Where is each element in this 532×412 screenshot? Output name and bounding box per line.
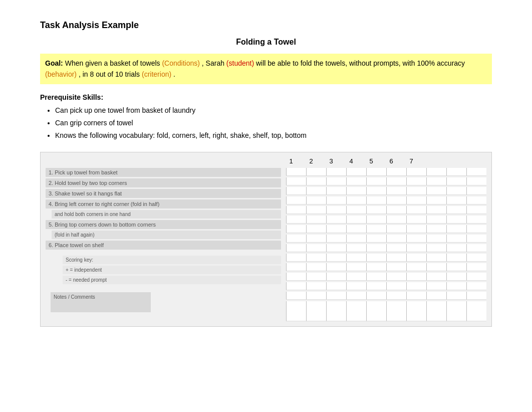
data-grid-row bbox=[286, 254, 486, 262]
data-cell bbox=[286, 292, 306, 300]
data-cell bbox=[426, 168, 446, 176]
col-numbers: 1 2 3 4 5 6 7 bbox=[281, 157, 481, 165]
data-cell bbox=[426, 235, 446, 243]
data-cell bbox=[406, 273, 426, 281]
data-cell bbox=[446, 206, 466, 214]
task-analysis-table: 1 2 3 4 5 6 7 1. Pick up towel from bask… bbox=[40, 152, 492, 327]
data-cell bbox=[406, 177, 426, 185]
goal-conditions: (Conditions) bbox=[162, 59, 199, 67]
data-cell bbox=[446, 168, 466, 176]
data-cell bbox=[426, 177, 446, 185]
data-cell bbox=[306, 254, 326, 262]
data-cell bbox=[346, 187, 366, 195]
data-cell bbox=[426, 273, 446, 281]
data-cell bbox=[286, 254, 306, 262]
data-cell bbox=[326, 196, 346, 204]
data-cell bbox=[286, 235, 306, 243]
data-cell bbox=[366, 235, 386, 243]
data-cell bbox=[446, 254, 466, 262]
data-cell bbox=[286, 216, 306, 224]
data-cell bbox=[326, 225, 346, 233]
data-cell bbox=[426, 263, 446, 271]
data-cell bbox=[286, 301, 306, 321]
data-cell bbox=[306, 244, 326, 252]
data-cell bbox=[386, 244, 406, 252]
data-cell bbox=[446, 177, 466, 185]
data-cell bbox=[366, 187, 386, 195]
goal-block: Goal: When given a basket of towels (Con… bbox=[40, 54, 492, 84]
data-cell bbox=[286, 196, 306, 204]
data-cell bbox=[386, 206, 406, 214]
col-num-4: 4 bbox=[341, 157, 361, 165]
data-cell bbox=[366, 168, 386, 176]
data-cell bbox=[426, 187, 446, 195]
data-grid bbox=[286, 168, 486, 321]
data-cell bbox=[346, 177, 366, 185]
data-cell bbox=[386, 254, 406, 262]
data-grid-row bbox=[286, 187, 486, 195]
data-cell bbox=[406, 254, 426, 262]
data-cell bbox=[446, 235, 466, 243]
data-cell bbox=[466, 235, 486, 243]
goal-label: Goal: bbox=[45, 59, 63, 67]
data-cell bbox=[406, 206, 426, 214]
data-cell bbox=[446, 273, 466, 281]
data-cell bbox=[306, 225, 326, 233]
trial-numbers-row: 1 2 3 4 5 6 7 bbox=[46, 157, 486, 165]
step-row: 1. Pick up towel from basket bbox=[46, 168, 281, 177]
data-grid-row bbox=[286, 273, 486, 281]
data-cell bbox=[306, 196, 326, 204]
data-cell bbox=[406, 216, 426, 224]
notes-area: Notes / Comments bbox=[46, 289, 281, 312]
col-num-10 bbox=[461, 157, 481, 165]
prerequisite-title: Prerequisite Skills: bbox=[40, 93, 492, 101]
data-cell bbox=[466, 292, 486, 300]
data-cell bbox=[386, 273, 406, 281]
scoring-negative: - = needed prompt bbox=[63, 276, 281, 284]
table-body: 1. Pick up towel from basket 2. Hold tow… bbox=[46, 168, 486, 321]
data-cell bbox=[366, 301, 386, 321]
data-cell bbox=[346, 244, 366, 252]
list-item: Knows the following vocabulary: fold, co… bbox=[55, 129, 492, 142]
notes-label: Notes / Comments bbox=[54, 294, 95, 300]
data-cell bbox=[346, 225, 366, 233]
prerequisite-section: Prerequisite Skills: Can pick up one tow… bbox=[40, 93, 492, 142]
data-cell bbox=[406, 235, 426, 243]
list-item: Can pick up one towel from basket of lau… bbox=[55, 104, 492, 117]
step-row: 4. Bring left corner to right corner (fo… bbox=[46, 199, 281, 209]
data-cell bbox=[306, 187, 326, 195]
data-cell bbox=[466, 206, 486, 214]
step-row: 5. Bring top corners down to bottom corn… bbox=[46, 220, 281, 229]
data-cell bbox=[306, 216, 326, 224]
data-cell bbox=[286, 187, 306, 195]
data-cell bbox=[466, 273, 486, 281]
goal-criterion: (criterion) bbox=[142, 70, 171, 78]
data-cell bbox=[366, 263, 386, 271]
data-cell bbox=[366, 254, 386, 262]
data-cell bbox=[386, 177, 406, 185]
goal-behavior: (behavior) bbox=[45, 70, 77, 78]
data-cell bbox=[406, 282, 426, 290]
data-cell bbox=[426, 244, 446, 252]
col-num-7: 7 bbox=[401, 157, 421, 165]
scoring-positive: + = independent bbox=[63, 266, 281, 274]
data-grid-row bbox=[286, 235, 486, 243]
data-cell bbox=[286, 177, 306, 185]
step-row: 6. Place towel on shelf bbox=[46, 241, 281, 250]
data-cell bbox=[466, 177, 486, 185]
data-cell bbox=[426, 254, 446, 262]
data-grid-row bbox=[286, 292, 486, 300]
data-cell bbox=[326, 187, 346, 195]
data-cell bbox=[466, 244, 486, 252]
data-cell bbox=[446, 244, 466, 252]
data-cell bbox=[466, 187, 486, 195]
page-title: Task Analysis Example bbox=[40, 20, 492, 31]
data-grid-row bbox=[286, 282, 486, 290]
data-cell bbox=[466, 196, 486, 204]
col-num-3: 3 bbox=[321, 157, 341, 165]
data-grid-row-tall bbox=[286, 301, 486, 321]
data-cell bbox=[446, 225, 466, 233]
data-grid-row bbox=[286, 216, 486, 224]
data-grid-row bbox=[286, 196, 486, 204]
goal-text-5: . bbox=[173, 70, 175, 78]
